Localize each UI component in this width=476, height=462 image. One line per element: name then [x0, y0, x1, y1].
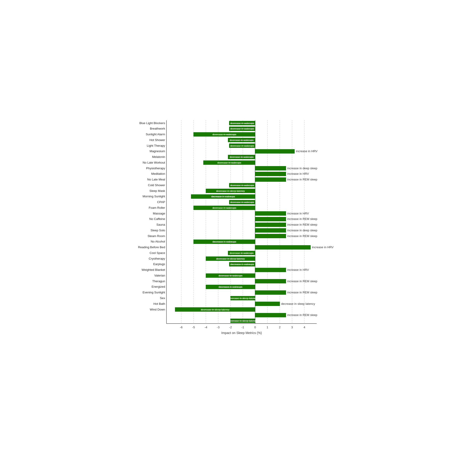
- x-tick-label: -4: [204, 325, 207, 329]
- bar-annotation-inside: decrease in sleep latency: [229, 319, 257, 322]
- x-tick-label: 3: [291, 325, 293, 329]
- bar-label: Hot Shower: [149, 138, 165, 142]
- bar-rect: [255, 223, 286, 227]
- bar-annotation-outside: increase in HRV: [287, 268, 309, 271]
- bar-annotation-inside: decrease in sleep latency: [201, 308, 229, 311]
- bar-annotation-outside: increase in deep sleep: [287, 228, 317, 232]
- bar-label: No Alcohol: [151, 240, 165, 243]
- bar-annotation-inside: decrease in sleep latency: [229, 297, 257, 300]
- bar-label: Reading Before Bed: [138, 245, 165, 249]
- x-tick-label: -1: [241, 325, 244, 329]
- bar-annotation-outside: increase in REM sleep: [287, 313, 317, 317]
- x-tick-label: 1: [266, 325, 268, 329]
- bar-label: Hot Bath: [153, 302, 165, 305]
- bar-annotation-outside: increase in REM sleep: [287, 279, 317, 283]
- bar-label: Cold Shower: [148, 183, 165, 187]
- bar-label: Weighted Blanket: [142, 268, 165, 271]
- bar-label: Foam Roller: [149, 206, 165, 209]
- bar-annotation-inside: decrease in wakeups: [230, 156, 254, 158]
- bar-rect: [255, 211, 286, 215]
- chart-area: Blue Light Blockersdecrease in wakeupsBr…: [119, 118, 357, 335]
- bar-label: Breathwork: [150, 127, 165, 130]
- bar-rect: [255, 234, 286, 238]
- bar-annotation-inside: decrease in wakeups: [230, 263, 254, 266]
- bar-label: Sunlight Alarm: [145, 133, 165, 136]
- bar-annotation-inside: decrease in wakeups: [218, 274, 242, 277]
- bar-annotation-outside: increase in REM sleep: [287, 217, 317, 221]
- x-tick-label: -5: [192, 325, 195, 329]
- bar-annotation-inside: decrease in wakeups: [217, 161, 241, 164]
- x-tick-label: -3: [217, 325, 220, 329]
- x-tick-label: -6: [180, 325, 183, 329]
- bar-annotation-inside: decrease in sleep latency: [216, 189, 245, 192]
- bar-label: Sleep Solo: [150, 228, 165, 232]
- bar-annotation-inside: decrease in wakeups: [230, 144, 254, 147]
- bar-label: Light Therapy: [147, 144, 165, 147]
- bar-annotation-inside: decrease in wakeups: [212, 133, 236, 136]
- bar-annotation-outside: increase in HRV: [287, 172, 309, 176]
- bar-rect: [255, 279, 286, 283]
- bar-rect: [255, 268, 286, 272]
- bar-annotation-inside: decrease in wakeups: [212, 206, 236, 209]
- x-tick-label: -2: [229, 325, 232, 329]
- bar-label: Blue Light Blockers: [139, 121, 165, 125]
- bar-annotation-inside: decrease in wakeups: [230, 252, 254, 254]
- bar-annotation-outside: increase in deep sleep: [287, 166, 317, 170]
- bar-rect: [255, 228, 286, 232]
- bar-label: No Late Meal: [147, 178, 165, 181]
- bar-rect: [255, 217, 286, 221]
- bar-annotation-outside: decrease in sleep latency: [281, 302, 315, 305]
- x-tick-label: 0: [254, 325, 256, 329]
- bar-label: Sauna: [156, 223, 165, 226]
- bar-annotation-inside: decrease in sleep latency: [216, 257, 245, 260]
- bar-rect: [255, 177, 286, 182]
- bar-label: Melatonin: [152, 155, 165, 159]
- bar-label: Physiotherapy: [146, 166, 165, 170]
- bar-label: Morning Sunlight: [142, 195, 165, 198]
- x-axis-label: Impact on Sleep Metrics (%): [221, 331, 262, 335]
- bar-rect: [255, 302, 280, 306]
- bar-label: Cryotherapy: [149, 257, 165, 260]
- bar-label: Evening Sunlight: [142, 291, 165, 294]
- bar-rect: [255, 245, 311, 249]
- chart-container: Blue Light Blockersdecrease in wakeupsBr…: [119, 116, 357, 346]
- bar-rect: [255, 166, 286, 170]
- bar-annotation-outside: increase in REM sleep: [287, 234, 317, 237]
- bar-label: Theragun: [152, 279, 165, 283]
- bar-rect: [255, 149, 295, 153]
- bar-rect: [255, 290, 286, 294]
- bar-rect: [255, 172, 286, 176]
- bar-annotation-inside: decrease in wakeups: [211, 195, 235, 198]
- bar-annotation-outside: increase in REM sleep: [287, 291, 317, 294]
- bar-annotation-inside: decrease in wakeups: [230, 201, 254, 203]
- bar-label: Steam Room: [147, 234, 165, 237]
- x-tick-label: 2: [279, 325, 280, 329]
- bar-label: Sex: [160, 296, 165, 300]
- bar-label: No Caffeine: [149, 217, 165, 221]
- bar-annotation-outside: increase in REM sleep: [287, 178, 317, 181]
- bar-annotation-outside: increase in HRV: [296, 150, 317, 153]
- main-chart-svg: Blue Light Blockersdecrease in wakeupsBr…: [119, 118, 357, 335]
- bar-label: Earplugs: [153, 262, 165, 266]
- bar-annotation-inside: decrease in wakeups: [230, 122, 254, 124]
- bar-annotation-outside: increase in REM sleep: [287, 223, 317, 226]
- bar-annotation-inside: decrease in wakeups: [230, 127, 254, 130]
- bar-annotation-outside: increase in HRV: [287, 211, 309, 215]
- bar-label: Wind Down: [150, 308, 165, 311]
- bar-label: Meditation: [151, 172, 165, 176]
- bar-rect: [255, 313, 286, 317]
- bar-label: Magnesium: [149, 150, 165, 153]
- bar-label: No Late Workout: [142, 161, 165, 164]
- bar-annotation-outside: increase in HRV: [312, 245, 333, 249]
- bar-label: Massage: [153, 211, 165, 215]
- bar-annotation-inside: decrease in wakeups: [218, 286, 242, 288]
- bar-label: Energized: [152, 285, 165, 288]
- bar-annotation-inside: decrease in wakeups: [230, 138, 254, 141]
- bar-label: Cool Space: [149, 251, 165, 254]
- bar-annotation-inside: decrease in wakeups: [212, 240, 236, 243]
- bar-label: Valerian: [154, 274, 165, 277]
- bar-label: Sleep Mask: [149, 189, 165, 192]
- x-tick-label: 4: [304, 325, 305, 329]
- bar-label: CPAP: [157, 200, 165, 204]
- bar-annotation-inside: decrease in wakeups: [230, 184, 254, 186]
